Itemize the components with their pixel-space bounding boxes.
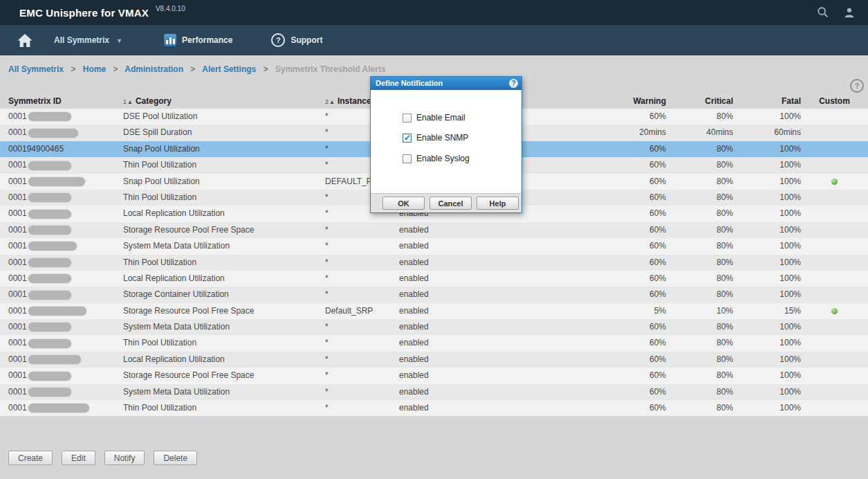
cell-critical: 10%: [666, 303, 733, 319]
cell-warning: 60%: [533, 109, 666, 125]
cell-instance: *: [325, 368, 399, 383]
cancel-button[interactable]: Cancel: [430, 197, 472, 210]
cell-instance: *: [325, 287, 399, 302]
breadcrumb-home[interactable]: Home: [83, 64, 106, 74]
table-row[interactable]: 0001 Storage Resource Pool Free Space * …: [0, 368, 868, 383]
cell-warning: 60%: [533, 174, 666, 190]
cell-custom: [801, 109, 868, 125]
cell-fatal: 100%: [733, 271, 801, 287]
column-header-symmetrix-id[interactable]: Symmetrix ID: [0, 93, 123, 110]
sort-rank: 1: [123, 98, 127, 105]
cell-warning: 60%: [533, 206, 666, 222]
redaction-blur: [28, 339, 71, 348]
cell-warning: 60%: [533, 319, 666, 335]
help-button[interactable]: Help: [477, 197, 519, 210]
cell-status: enabled: [399, 271, 533, 287]
cell-critical: 80%: [666, 255, 733, 271]
delete-button[interactable]: Delete: [154, 451, 197, 465]
column-header-custom[interactable]: Custom: [801, 93, 868, 110]
cell-instance: *: [325, 319, 399, 335]
redaction-blur: [28, 258, 71, 267]
cell-custom: [801, 222, 868, 238]
cell-category: Storage Resource Pool Free Space: [123, 368, 325, 383]
create-button[interactable]: Create: [8, 451, 53, 465]
cell-custom: [801, 384, 868, 400]
cell-status: enabled: [399, 303, 533, 319]
cell-category: Thin Pool Utilization: [123, 335, 325, 351]
table-row[interactable]: 0001 System Meta Data Utilization * enab…: [0, 238, 868, 254]
cell-warning: 60%: [533, 352, 666, 368]
checkbox-icon: [403, 114, 412, 123]
search-icon[interactable]: [817, 6, 829, 19]
home-button[interactable]: [17, 33, 33, 48]
table-row[interactable]: 0001 Thin Pool Utilization * enabled 60%…: [0, 335, 868, 351]
cell-symmetrix-id: 0001: [0, 238, 123, 254]
table-row[interactable]: 0001 Local Replication Utilization * ena…: [0, 352, 868, 368]
nav-support[interactable]: ? Support: [271, 33, 322, 47]
enable-snmp-checkbox[interactable]: Enable SNMP: [403, 133, 468, 143]
column-header-category[interactable]: 1▲Category: [123, 93, 325, 110]
checkbox-icon: [403, 134, 412, 143]
cell-status: enabled: [399, 222, 533, 238]
enable-syslog-checkbox[interactable]: Enable Syslog: [403, 154, 470, 163]
cell-critical: 80%: [666, 400, 733, 416]
cell-symmetrix-id: 0001: [0, 190, 123, 206]
column-header-category-label: Category: [136, 96, 172, 106]
cell-warning: 60%: [533, 400, 666, 416]
cell-warning: 60%: [533, 157, 666, 173]
redaction-blur: [28, 323, 71, 332]
cell-custom: [801, 206, 868, 222]
enable-email-checkbox[interactable]: Enable Email: [403, 113, 465, 123]
app-title: EMC Unisphere for VMAX: [19, 7, 149, 19]
ok-button[interactable]: OK: [382, 197, 425, 210]
dialog-title-bar: Define Notification ?: [371, 77, 521, 90]
table-row[interactable]: 0001 System Meta Data Utilization * enab…: [0, 384, 868, 400]
cell-symmetrix-id: 0001: [0, 157, 123, 173]
breadcrumb-administration[interactable]: Administration: [124, 64, 183, 74]
top-bar: EMC Unisphere for VMAX V8.4.0.10: [0, 0, 868, 25]
cell-custom: [801, 141, 868, 157]
notify-button[interactable]: Notify: [104, 451, 145, 465]
table-row[interactable]: 0001 System Meta Data Utilization * enab…: [0, 319, 868, 335]
breadcrumb-alert-settings[interactable]: Alert Settings: [202, 64, 256, 74]
cell-warning: 60%: [533, 238, 666, 254]
table-row[interactable]: 0001 Storage Resource Pool Free Space De…: [0, 303, 868, 319]
symmetrix-selector[interactable]: All Symmetrix ▾: [54, 35, 121, 45]
cell-warning: 60%: [533, 271, 666, 287]
redaction-blur: [28, 355, 81, 364]
user-icon[interactable]: [843, 6, 856, 19]
performance-icon: [164, 34, 176, 46]
cell-category: System Meta Data Utilization: [123, 238, 325, 254]
page-help-icon[interactable]: ?: [850, 79, 864, 93]
breadcrumb-all-symmetrix[interactable]: All Symmetrix: [8, 64, 64, 74]
cell-critical: 80%: [666, 335, 733, 351]
cell-fatal: 100%: [733, 352, 801, 368]
table-row[interactable]: 0001 Storage Container Utilization * ena…: [0, 287, 868, 302]
table-row[interactable]: 0001 Thin Pool Utilization * enabled 60%…: [0, 255, 868, 271]
cell-fatal: 100%: [733, 384, 801, 400]
column-header-fatal[interactable]: Fatal: [733, 93, 801, 110]
cell-status: enabled: [399, 319, 533, 335]
cell-fatal: 60mins: [733, 125, 801, 141]
dialog-help-icon[interactable]: ?: [509, 79, 518, 88]
cell-warning: 60%: [533, 190, 666, 206]
cell-custom: [801, 190, 868, 206]
table-row[interactable]: 0001 Thin Pool Utilization * enabled 60%…: [0, 400, 868, 416]
enable-email-label: Enable Email: [416, 113, 465, 123]
nav-bar: All Symmetrix ▾ Performance ? Support: [0, 25, 868, 55]
cell-status: enabled: [399, 287, 533, 302]
edit-button[interactable]: Edit: [62, 451, 95, 465]
cell-custom: [801, 238, 868, 254]
column-header-critical[interactable]: Critical: [666, 93, 733, 110]
redaction-blur: [28, 193, 71, 202]
cell-fatal: 100%: [733, 174, 801, 190]
cell-warning: 5%: [533, 303, 666, 319]
cell-symmetrix-id: 0001: [0, 319, 123, 335]
nav-performance[interactable]: Performance: [164, 34, 232, 46]
column-header-warning[interactable]: Warning: [533, 93, 666, 110]
cell-custom: [801, 400, 868, 416]
cell-custom: [801, 303, 868, 319]
table-row[interactable]: 0001 Local Replication Utilization * ena…: [0, 271, 868, 287]
cell-instance: *: [325, 238, 399, 254]
table-row[interactable]: 0001 Storage Resource Pool Free Space * …: [0, 222, 868, 238]
